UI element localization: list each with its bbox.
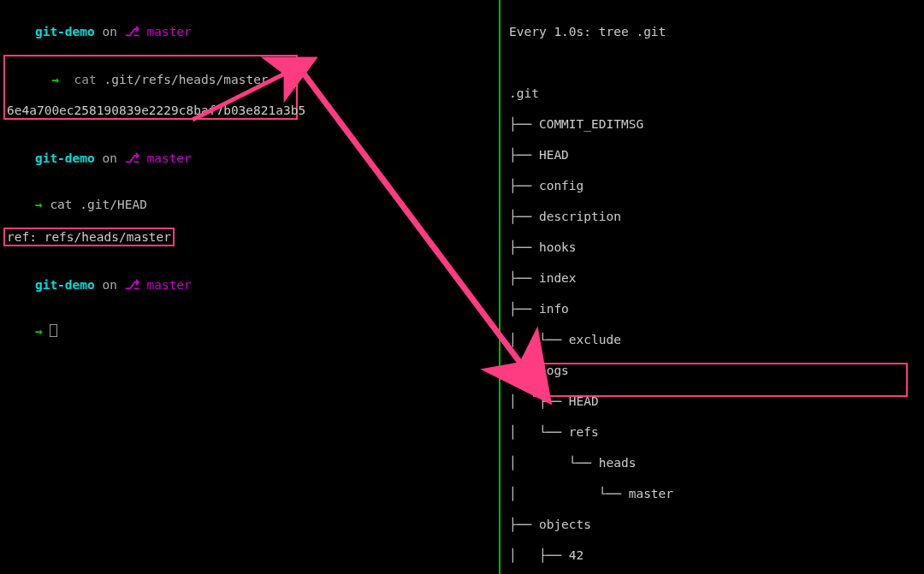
tree-line: ├── config [509, 178, 919, 193]
tree-line: ├── HEAD [509, 147, 919, 163]
branch-name: master [146, 25, 191, 38]
prompt-line: git-demo on ⎇ master [5, 135, 494, 181]
prompt-arrow-icon: → [51, 73, 59, 86]
watch-header: Every 1.0s: tree .git [509, 24, 919, 39]
branch-name: master [146, 151, 191, 165]
tree-line: ├── description [509, 209, 919, 224]
tree-line: │ └── heads [509, 455, 919, 470]
cwd: git-demo [35, 151, 95, 165]
tree-root: .git [509, 86, 919, 101]
command-line: → cat .git/refs/heads/master [7, 73, 269, 102]
command: cat [74, 73, 97, 86]
tree-line: │ └── exclude [509, 332, 919, 347]
on-word: on [103, 278, 117, 292]
command-line: → cat .git/HEAD [5, 181, 494, 228]
tree-line: ├── info [509, 301, 919, 317]
highlight-box-out2: ref: refs/heads/master [3, 228, 175, 246]
tree-line: ├── logs [509, 363, 919, 378]
tree-line: │ ├── HEAD [509, 394, 919, 409]
left-terminal-pane[interactable]: git-demo on ⎇ master → cat .git/refs/hea… [0, 0, 499, 574]
prompt-cursor-line[interactable]: → [5, 308, 494, 354]
tree-line: │ └── refs [509, 424, 919, 440]
prompt-line: git-demo on ⎇ master [5, 262, 494, 308]
tree-line: │ └── master [509, 486, 919, 501]
prompt-line: git-demo on ⎇ master [5, 9, 494, 55]
command-output: 6e4a700ec258190839e2229c8baf7b03e821a3b5 [7, 103, 294, 118]
branch-icon: ⎇ [125, 151, 139, 165]
cursor-icon [50, 324, 57, 337]
on-word: on [103, 151, 117, 165]
tree-line: ├── objects [509, 517, 919, 532]
tree-line: ├── index [509, 270, 919, 286]
cwd: git-demo [35, 278, 95, 292]
on-word: on [103, 25, 117, 38]
prompt-arrow-icon: → [35, 324, 43, 338]
cwd: git-demo [35, 25, 95, 38]
tree-line: ├── COMMIT_EDITMSG [509, 116, 919, 132]
command-full: cat .git/HEAD [50, 198, 147, 211]
command-arg: .git/refs/heads/master [104, 73, 269, 86]
tree-line: ├── hooks [509, 240, 919, 255]
tree-line: │ ├── 42 [509, 547, 919, 563]
branch-icon: ⎇ [125, 278, 139, 292]
command-output: ref: refs/heads/master [7, 230, 171, 244]
prompt-arrow-icon: → [35, 198, 43, 211]
highlight-box-cmd1: → cat .git/refs/heads/master 6e4a700ec25… [3, 55, 298, 120]
branch-icon: ⎇ [125, 25, 139, 38]
right-watch-pane[interactable]: Every 1.0s: tree .git .git ├── COMMIT_ED… [500, 0, 924, 574]
branch-name: master [146, 278, 191, 292]
